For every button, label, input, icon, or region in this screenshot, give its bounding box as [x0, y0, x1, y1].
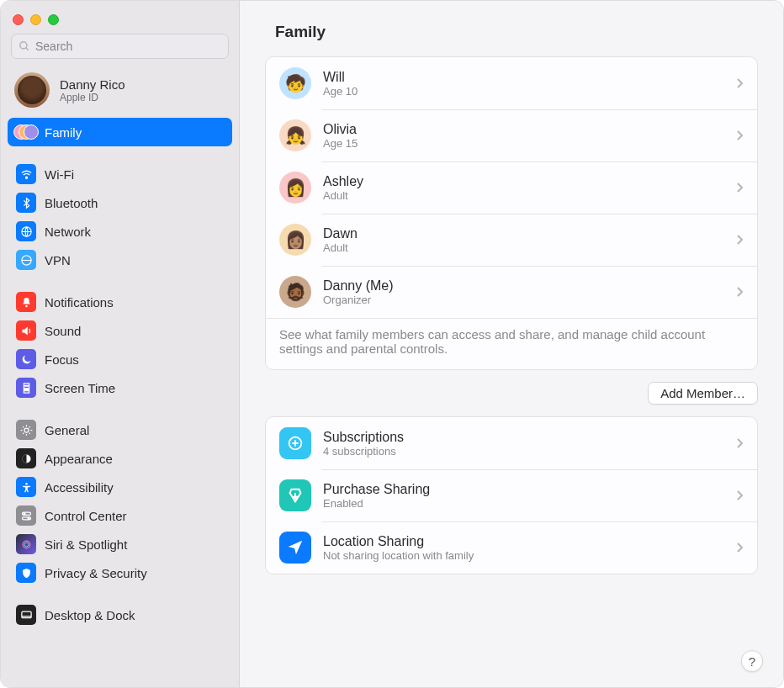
feature-row-purchase-sharing[interactable]: Purchase Sharing Enabled [266, 469, 757, 521]
sidebar-item-label: Bluetooth [45, 196, 98, 210]
svg-point-0 [20, 42, 27, 49]
family-member-row[interactable]: 👩🏽 Dawn Adult [266, 214, 757, 266]
family-member-row[interactable]: 👩 Ashley Adult [266, 161, 757, 214]
search-icon [19, 40, 30, 52]
feature-row-subscriptions[interactable]: Subscriptions 4 subscriptions [266, 417, 757, 469]
svg-line-1 [26, 48, 29, 50]
sidebar-item-apple-id[interactable]: Danny Rico Apple ID [1, 67, 239, 114]
family-members-note: See what family members can access and s… [266, 318, 757, 369]
sidebar-item-label: Accessibility [45, 480, 114, 495]
subscriptions-icon [279, 427, 311, 459]
feature-row-location-sharing[interactable]: Location Sharing Not sharing location wi… [266, 521, 757, 574]
sidebar-item-focus[interactable]: Focus [8, 345, 232, 373]
family-members-card: 🧒 Will Age 10 👧 Olivia Age 15 👩 Ashley [265, 56, 758, 370]
sidebar-item-label: General [45, 423, 89, 437]
sidebar-item-label: Sound [45, 324, 81, 338]
member-name: Dawn [323, 226, 724, 241]
page-title: Family [265, 16, 758, 56]
sidebar-item-bluetooth[interactable]: Bluetooth [8, 188, 232, 217]
feature-title: Location Sharing [323, 534, 724, 549]
member-avatar: 👩 [279, 172, 311, 204]
sidebar-item-label: Control Center [45, 509, 127, 523]
svg-point-14 [28, 517, 29, 519]
minimize-window-button[interactable] [30, 14, 41, 25]
add-member-button[interactable]: Add Member… [648, 382, 758, 405]
feature-sub: Enabled [323, 497, 724, 510]
sidebar-item-siri[interactable]: Siri & Spotlight [8, 530, 232, 558]
settings-window: Search Danny Rico Apple ID Family [0, 0, 784, 688]
sidebar-item-privacy[interactable]: Privacy & Security [8, 558, 232, 587]
member-avatar: 🧒 [279, 67, 311, 99]
appearance-icon [16, 448, 36, 468]
sidebar-item-label: Appearance [45, 452, 113, 466]
member-avatar: 🧔🏾 [279, 276, 311, 308]
feature-title: Subscriptions [323, 430, 724, 445]
member-sub: Adult [323, 189, 724, 202]
family-features-card: Subscriptions 4 subscriptions Purchase S… [265, 416, 758, 574]
sidebar-item-network[interactable]: Network [8, 217, 232, 246]
chevron-right-icon [736, 490, 744, 501]
user-name: Danny Rico [60, 77, 125, 92]
svg-point-10 [25, 482, 28, 484]
svg-point-2 [25, 177, 27, 178]
sidebar-item-family[interactable]: Family [8, 118, 232, 146]
sidebar-item-label: Notifications [45, 295, 114, 310]
location-sharing-icon [279, 532, 311, 564]
sidebar-item-accessibility[interactable]: Accessibility [8, 473, 232, 501]
sidebar-item-wifi[interactable]: Wi-Fi [8, 160, 232, 188]
close-window-button[interactable] [13, 14, 24, 25]
sidebar-item-label: Siri & Spotlight [45, 537, 127, 552]
svg-rect-6 [24, 384, 29, 386]
search-input[interactable]: Search [11, 34, 229, 59]
sidebar-item-label: Privacy & Security [45, 566, 147, 580]
sidebar-item-sound[interactable]: Sound [8, 316, 232, 345]
sidebar-item-screen-time[interactable]: Screen Time [8, 373, 232, 402]
svg-point-16 [24, 542, 29, 547]
sidebar-item-appearance[interactable]: Appearance [8, 444, 232, 473]
help-button[interactable]: ? [741, 650, 763, 672]
member-sub: Adult [323, 241, 724, 254]
purchase-sharing-icon [279, 479, 311, 511]
sidebar-item-general[interactable]: General [8, 415, 232, 444]
svg-point-13 [24, 512, 25, 514]
member-sub: Age 15 [323, 137, 724, 150]
sidebar-item-label: Wi-Fi [45, 167, 74, 182]
vpn-icon [16, 250, 36, 270]
family-member-row[interactable]: 🧔🏾 Danny (Me) Organizer [266, 266, 757, 318]
control-center-icon [16, 505, 36, 526]
sidebar-item-desktop-dock[interactable]: Desktop & Dock [8, 601, 232, 629]
member-name: Danny (Me) [323, 278, 724, 294]
chevron-right-icon [736, 130, 744, 141]
family-member-row[interactable]: 🧒 Will Age 10 [266, 57, 757, 109]
wifi-icon [16, 164, 36, 184]
member-avatar: 👩🏽 [279, 224, 311, 256]
chevron-right-icon [736, 182, 744, 193]
sidebar-item-label: Network [45, 225, 91, 239]
family-member-row[interactable]: 👧 Olivia Age 15 [266, 109, 757, 161]
feature-sub: Not sharing location with family [323, 549, 724, 562]
svg-point-8 [24, 428, 29, 432]
feature-title: Purchase Sharing [323, 482, 724, 497]
user-sub: Apple ID [60, 92, 125, 103]
member-sub: Age 10 [323, 85, 724, 98]
fullscreen-window-button[interactable] [48, 14, 59, 25]
sidebar-item-label: Desktop & Dock [45, 608, 135, 622]
sidebar-item-label: Family [45, 125, 82, 140]
focus-icon [16, 349, 36, 369]
desktop-dock-icon [16, 605, 36, 625]
siri-icon [16, 534, 36, 554]
network-icon [16, 221, 36, 241]
chevron-right-icon [736, 234, 744, 246]
feature-sub: 4 subscriptions [323, 445, 724, 458]
member-name: Olivia [323, 122, 724, 137]
chevron-right-icon [736, 437, 744, 449]
sidebar-item-vpn[interactable]: VPN [8, 246, 232, 274]
sidebar-item-control-center[interactable]: Control Center [8, 501, 232, 530]
sidebar-item-notifications[interactable]: Notifications [8, 288, 232, 316]
window-controls [1, 9, 239, 34]
sidebar-item-label: Screen Time [45, 381, 115, 395]
notifications-icon [16, 292, 36, 312]
sidebar-item-label: Focus [45, 352, 79, 367]
privacy-icon [16, 563, 36, 583]
bluetooth-icon [16, 193, 36, 213]
